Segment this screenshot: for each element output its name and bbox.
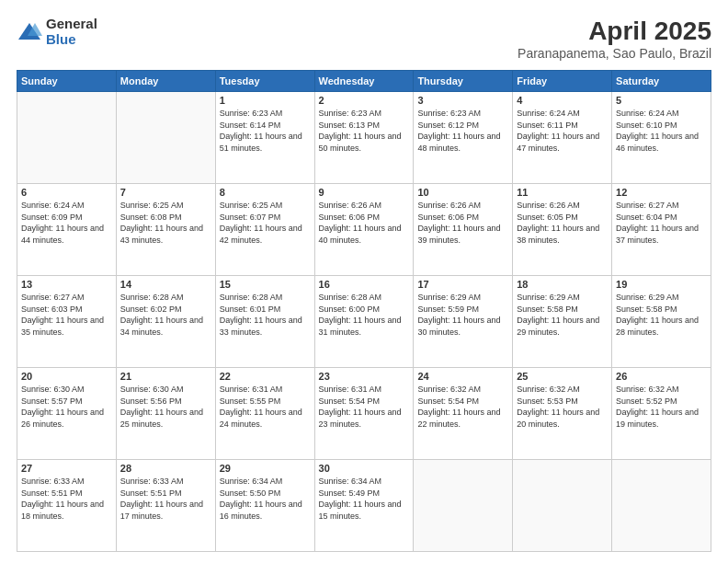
calendar-week-row: 13Sunrise: 6:27 AM Sunset: 6:03 PM Dayli… — [17, 276, 711, 368]
day-number: 20 — [21, 371, 112, 382]
calendar-cell — [612, 460, 711, 552]
day-number: 11 — [517, 187, 608, 198]
day-detail: Sunrise: 6:25 AM Sunset: 6:08 PM Dayligh… — [120, 200, 211, 246]
calendar-cell: 12Sunrise: 6:27 AM Sunset: 6:04 PM Dayli… — [612, 184, 711, 276]
calendar-cell: 2Sunrise: 6:23 AM Sunset: 6:13 PM Daylig… — [314, 92, 414, 184]
day-number: 1 — [220, 95, 311, 106]
calendar-cell: 25Sunrise: 6:32 AM Sunset: 5:53 PM Dayli… — [513, 368, 612, 460]
day-detail: Sunrise: 6:27 AM Sunset: 6:04 PM Dayligh… — [616, 200, 707, 246]
day-detail: Sunrise: 6:31 AM Sunset: 5:54 PM Dayligh… — [319, 384, 410, 430]
day-number: 26 — [616, 371, 707, 382]
day-detail: Sunrise: 6:23 AM Sunset: 6:12 PM Dayligh… — [417, 108, 508, 154]
day-detail: Sunrise: 6:24 AM Sunset: 6:10 PM Dayligh… — [616, 108, 707, 154]
day-detail: Sunrise: 6:29 AM Sunset: 5:58 PM Dayligh… — [517, 292, 608, 338]
calendar-header-friday: Friday — [513, 71, 612, 92]
day-detail: Sunrise: 6:29 AM Sunset: 5:58 PM Dayligh… — [616, 292, 707, 338]
day-detail: Sunrise: 6:32 AM Sunset: 5:52 PM Dayligh… — [616, 384, 707, 430]
calendar-cell: 22Sunrise: 6:31 AM Sunset: 5:55 PM Dayli… — [215, 368, 314, 460]
calendar-week-row: 20Sunrise: 6:30 AM Sunset: 5:57 PM Dayli… — [17, 368, 711, 460]
calendar-header-tuesday: Tuesday — [215, 71, 314, 92]
calendar-cell: 29Sunrise: 6:34 AM Sunset: 5:50 PM Dayli… — [215, 460, 314, 552]
calendar-cell: 14Sunrise: 6:28 AM Sunset: 6:02 PM Dayli… — [116, 276, 215, 368]
day-detail: Sunrise: 6:23 AM Sunset: 6:13 PM Dayligh… — [319, 108, 410, 154]
day-detail: Sunrise: 6:24 AM Sunset: 6:11 PM Dayligh… — [517, 108, 608, 154]
calendar-cell: 1Sunrise: 6:23 AM Sunset: 6:14 PM Daylig… — [215, 92, 314, 184]
calendar-cell: 18Sunrise: 6:29 AM Sunset: 5:58 PM Dayli… — [513, 276, 612, 368]
day-number: 17 — [417, 279, 508, 290]
calendar-cell: 26Sunrise: 6:32 AM Sunset: 5:52 PM Dayli… — [612, 368, 711, 460]
main-title: April 2025 — [518, 17, 711, 46]
day-number: 30 — [319, 463, 410, 474]
subtitle: Paranapanema, Sao Paulo, Brazil — [518, 46, 711, 61]
day-number: 10 — [417, 187, 508, 198]
calendar-cell: 30Sunrise: 6:34 AM Sunset: 5:49 PM Dayli… — [314, 460, 414, 552]
calendar-header-row: SundayMondayTuesdayWednesdayThursdayFrid… — [17, 71, 711, 92]
logo-blue: Blue — [46, 32, 97, 48]
calendar-header-wednesday: Wednesday — [314, 71, 414, 92]
calendar-header-thursday: Thursday — [414, 71, 513, 92]
calendar-cell: 11Sunrise: 6:26 AM Sunset: 6:05 PM Dayli… — [513, 184, 612, 276]
calendar-cell: 8Sunrise: 6:25 AM Sunset: 6:07 PM Daylig… — [215, 184, 314, 276]
calendar-header-sunday: Sunday — [17, 71, 117, 92]
day-detail: Sunrise: 6:30 AM Sunset: 5:57 PM Dayligh… — [21, 384, 112, 430]
day-detail: Sunrise: 6:25 AM Sunset: 6:07 PM Dayligh… — [220, 200, 311, 246]
calendar-cell: 16Sunrise: 6:28 AM Sunset: 6:00 PM Dayli… — [314, 276, 414, 368]
day-number: 13 — [21, 279, 112, 290]
day-detail: Sunrise: 6:29 AM Sunset: 5:59 PM Dayligh… — [417, 292, 508, 338]
logo-text: General Blue — [46, 17, 97, 47]
day-detail: Sunrise: 6:34 AM Sunset: 5:49 PM Dayligh… — [319, 476, 410, 522]
day-detail: Sunrise: 6:26 AM Sunset: 6:06 PM Dayligh… — [417, 200, 508, 246]
header: General Blue April 2025 Paranapanema, Sa… — [17, 17, 711, 61]
calendar-cell: 23Sunrise: 6:31 AM Sunset: 5:54 PM Dayli… — [314, 368, 414, 460]
day-number: 3 — [417, 95, 508, 106]
calendar-cell: 7Sunrise: 6:25 AM Sunset: 6:08 PM Daylig… — [116, 184, 215, 276]
day-detail: Sunrise: 6:30 AM Sunset: 5:56 PM Dayligh… — [120, 384, 211, 430]
calendar-cell: 27Sunrise: 6:33 AM Sunset: 5:51 PM Dayli… — [17, 460, 117, 552]
calendar-cell — [116, 92, 215, 184]
calendar-cell: 4Sunrise: 6:24 AM Sunset: 6:11 PM Daylig… — [513, 92, 612, 184]
day-detail: Sunrise: 6:33 AM Sunset: 5:51 PM Dayligh… — [120, 476, 211, 522]
day-number: 7 — [120, 187, 211, 198]
calendar-cell — [513, 460, 612, 552]
day-detail: Sunrise: 6:33 AM Sunset: 5:51 PM Dayligh… — [21, 476, 112, 522]
day-number: 14 — [120, 279, 211, 290]
day-number: 15 — [220, 279, 311, 290]
title-block: April 2025 Paranapanema, Sao Paulo, Braz… — [518, 17, 711, 61]
day-number: 23 — [319, 371, 410, 382]
day-number: 6 — [21, 187, 112, 198]
day-number: 22 — [220, 371, 311, 382]
day-number: 29 — [220, 463, 311, 474]
logo: General Blue — [17, 17, 97, 47]
day-number: 27 — [21, 463, 112, 474]
day-number: 4 — [517, 95, 608, 106]
calendar-cell: 3Sunrise: 6:23 AM Sunset: 6:12 PM Daylig… — [414, 92, 513, 184]
calendar-table: SundayMondayTuesdayWednesdayThursdayFrid… — [17, 70, 711, 552]
calendar-cell — [17, 92, 117, 184]
day-number: 5 — [616, 95, 707, 106]
day-detail: Sunrise: 6:23 AM Sunset: 6:14 PM Dayligh… — [220, 108, 311, 154]
calendar-cell: 17Sunrise: 6:29 AM Sunset: 5:59 PM Dayli… — [414, 276, 513, 368]
calendar-cell: 28Sunrise: 6:33 AM Sunset: 5:51 PM Dayli… — [116, 460, 215, 552]
calendar-cell: 6Sunrise: 6:24 AM Sunset: 6:09 PM Daylig… — [17, 184, 117, 276]
day-detail: Sunrise: 6:28 AM Sunset: 6:01 PM Dayligh… — [220, 292, 311, 338]
day-detail: Sunrise: 6:27 AM Sunset: 6:03 PM Dayligh… — [21, 292, 112, 338]
day-detail: Sunrise: 6:26 AM Sunset: 6:05 PM Dayligh… — [517, 200, 608, 246]
calendar-cell: 24Sunrise: 6:32 AM Sunset: 5:54 PM Dayli… — [414, 368, 513, 460]
day-detail: Sunrise: 6:32 AM Sunset: 5:53 PM Dayligh… — [517, 384, 608, 430]
calendar-week-row: 1Sunrise: 6:23 AM Sunset: 6:14 PM Daylig… — [17, 92, 711, 184]
day-detail: Sunrise: 6:24 AM Sunset: 6:09 PM Dayligh… — [21, 200, 112, 246]
calendar-cell: 20Sunrise: 6:30 AM Sunset: 5:57 PM Dayli… — [17, 368, 117, 460]
calendar-cell: 19Sunrise: 6:29 AM Sunset: 5:58 PM Dayli… — [612, 276, 711, 368]
day-detail: Sunrise: 6:28 AM Sunset: 6:00 PM Dayligh… — [319, 292, 410, 338]
day-number: 28 — [120, 463, 211, 474]
day-detail: Sunrise: 6:31 AM Sunset: 5:55 PM Dayligh… — [220, 384, 311, 430]
calendar-cell: 13Sunrise: 6:27 AM Sunset: 6:03 PM Dayli… — [17, 276, 117, 368]
day-number: 19 — [616, 279, 707, 290]
logo-general: General — [46, 17, 97, 32]
calendar-week-row: 27Sunrise: 6:33 AM Sunset: 5:51 PM Dayli… — [17, 460, 711, 552]
calendar-cell — [414, 460, 513, 552]
day-number: 25 — [517, 371, 608, 382]
page: General Blue April 2025 Paranapanema, Sa… — [0, 0, 728, 563]
day-number: 21 — [120, 371, 211, 382]
calendar-week-row: 6Sunrise: 6:24 AM Sunset: 6:09 PM Daylig… — [17, 184, 711, 276]
